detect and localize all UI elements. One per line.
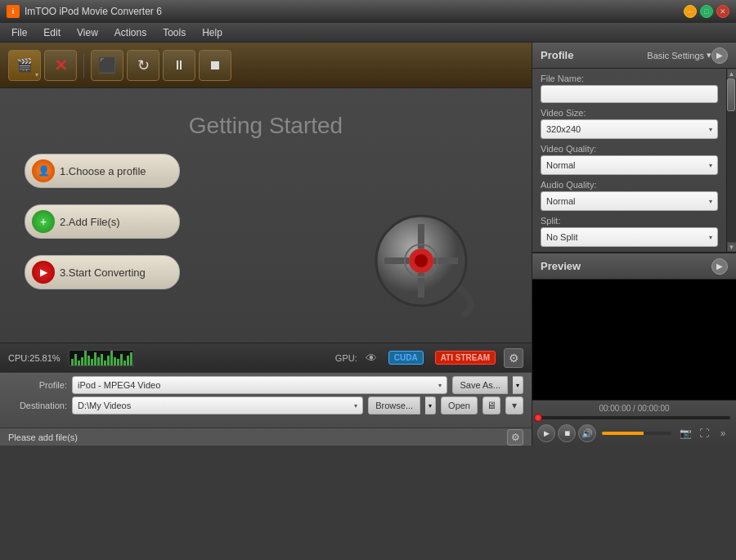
main-layout: 🎬 ▾ ✕ ⬛ ↻ ⏸ ⏹ Getting Started bbox=[0, 43, 736, 446]
menu-file[interactable]: File bbox=[3, 25, 35, 40]
gpu-settings-button[interactable]: ⚙ bbox=[504, 348, 523, 368]
remove-button[interactable]: ✕ bbox=[44, 50, 77, 81]
pause-button[interactable]: ⏸ bbox=[163, 50, 195, 81]
app-title: ImTOO iPod Movie Converter 6 bbox=[25, 6, 684, 17]
profile-combo[interactable]: iPod - MPEG4 Video ▾ bbox=[72, 376, 447, 394]
add-file-button[interactable]: 🎬 ▾ bbox=[8, 50, 41, 81]
video-quality-field: Video Quality: Normal ▾ bbox=[541, 144, 718, 175]
open-button[interactable]: Open bbox=[441, 396, 478, 414]
scrollbar-track[interactable] bbox=[727, 78, 736, 242]
cuda-badge: CUDA bbox=[388, 351, 424, 365]
file-name-label: File Name: bbox=[541, 74, 718, 83]
import-button[interactable]: ⬛ bbox=[91, 50, 123, 81]
profile-scrollbar[interactable]: ▲ ▼ bbox=[726, 69, 736, 252]
player-controls: 00:00:00 / 00:00:00 ▶ ⏹ 🔊 📷 ⛶ » bbox=[532, 400, 736, 446]
start-converting-button[interactable]: ▶ 3.Start Converting bbox=[25, 255, 180, 289]
split-value: No Split bbox=[546, 232, 578, 242]
split-field: Split: No Split ▾ bbox=[541, 216, 718, 247]
menu-view[interactable]: View bbox=[69, 25, 106, 40]
title-bar: i ImTOO iPod Movie Converter 6 ─ □ ✕ bbox=[0, 0, 736, 23]
play-button[interactable]: ▶ bbox=[537, 424, 555, 442]
choose-profile-icon: 👤 bbox=[32, 159, 55, 182]
stop-player-button[interactable]: ⏹ bbox=[558, 424, 576, 442]
file-name-input[interactable] bbox=[541, 85, 718, 103]
video-quality-value: Normal bbox=[546, 160, 575, 170]
cpu-graph bbox=[69, 350, 134, 366]
browse-button[interactable]: Browse... bbox=[368, 396, 420, 414]
more-button[interactable]: » bbox=[715, 425, 731, 441]
refresh-button[interactable]: ↻ bbox=[127, 50, 159, 81]
remove-icon: ✕ bbox=[54, 56, 68, 75]
destination-value: D:\My Videos bbox=[78, 401, 131, 410]
import-icon: ⬛ bbox=[98, 56, 116, 74]
stop-button[interactable]: ⏹ bbox=[199, 50, 231, 81]
video-quality-combo[interactable]: Normal ▾ bbox=[541, 155, 718, 175]
scrollbar-down-arrow[interactable]: ▼ bbox=[727, 242, 737, 252]
progress-knob[interactable] bbox=[534, 414, 542, 422]
profile-section: Profile Basic Settings ▾ ▶ File Name: bbox=[532, 43, 736, 253]
content-panel: 🎬 ▾ ✕ ⬛ ↻ ⏸ ⏹ Getting Started bbox=[0, 43, 532, 446]
add-files-button[interactable]: + 2.Add File(s) bbox=[25, 204, 180, 239]
destination-combo[interactable]: D:\My Videos ▾ bbox=[72, 396, 363, 414]
choose-profile-label: 1.Choose a profile bbox=[60, 165, 146, 177]
profile-expand-button[interactable]: ▶ bbox=[711, 47, 728, 64]
menu-edit[interactable]: Edit bbox=[35, 25, 69, 40]
audio-quality-field: Audio Quality: Normal ▾ bbox=[541, 180, 718, 211]
maximize-button[interactable]: □ bbox=[700, 5, 713, 18]
menu-bar: File Edit View Actions Tools Help bbox=[0, 23, 736, 43]
getting-started-title: Getting Started bbox=[189, 113, 343, 139]
progress-bar[interactable] bbox=[537, 415, 731, 420]
volume-slider[interactable] bbox=[602, 432, 671, 435]
pause-icon: ⏸ bbox=[173, 58, 186, 73]
status-settings-button[interactable]: ⚙ bbox=[507, 429, 523, 446]
split-combo[interactable]: No Split ▾ bbox=[541, 227, 718, 247]
menu-tools[interactable]: Tools bbox=[155, 25, 194, 40]
menu-actions[interactable]: Actions bbox=[106, 25, 155, 40]
browse-dropdown-arrow[interactable]: ▾ bbox=[425, 396, 436, 414]
choose-profile-button[interactable]: 👤 1.Choose a profile bbox=[25, 154, 180, 188]
minimize-button[interactable]: ─ bbox=[684, 5, 697, 18]
close-button[interactable]: ✕ bbox=[716, 5, 729, 18]
time-display: 00:00:00 / 00:00:00 bbox=[537, 404, 731, 413]
bottom-bar: Profile: iPod - MPEG4 Video ▾ Save As...… bbox=[0, 372, 532, 428]
audio-quality-combo[interactable]: Normal ▾ bbox=[541, 191, 718, 211]
audio-quality-dropdown-arrow: ▾ bbox=[709, 198, 712, 205]
folder-icon-button[interactable]: 🖥 bbox=[482, 396, 500, 414]
fullscreen-button[interactable]: ⛶ bbox=[696, 425, 712, 441]
gpu-label: GPU: bbox=[335, 353, 357, 363]
preview-expand-button[interactable]: ▶ bbox=[711, 258, 728, 275]
video-size-field: Video Size: 320x240 ▾ bbox=[541, 108, 718, 139]
player-buttons: ▶ ⏹ 🔊 📷 ⛶ » bbox=[537, 424, 731, 442]
profile-value: iPod - MPEG4 Video bbox=[78, 380, 160, 390]
destination-label: Destination: bbox=[8, 401, 67, 410]
video-size-combo[interactable]: 320x240 ▾ bbox=[541, 119, 718, 139]
video-quality-dropdown-arrow: ▾ bbox=[709, 162, 712, 169]
svg-point-3 bbox=[415, 254, 428, 267]
scrollbar-up-arrow[interactable]: ▲ bbox=[727, 69, 737, 78]
basic-settings-button[interactable]: Basic Settings ▾ bbox=[647, 50, 711, 60]
screenshot-button[interactable]: 📷 bbox=[677, 425, 693, 441]
scrollbar-thumb[interactable] bbox=[727, 78, 735, 111]
audio-quality-label: Audio Quality: bbox=[541, 180, 718, 190]
status-bar: Please add file(s) ⚙ bbox=[0, 428, 532, 446]
save-as-button[interactable]: Save As... bbox=[452, 376, 508, 394]
menu-help[interactable]: Help bbox=[194, 25, 231, 40]
app-icon: i bbox=[7, 5, 20, 18]
destination-row: Destination: D:\My Videos ▾ Browse... ▾ … bbox=[8, 396, 523, 414]
right-panel: Profile Basic Settings ▾ ▶ File Name: bbox=[532, 43, 736, 446]
more-options-button[interactable]: ▾ bbox=[505, 396, 523, 414]
window-controls: ─ □ ✕ bbox=[684, 5, 729, 18]
basic-settings-label: Basic Settings bbox=[647, 51, 704, 60]
profile-label: Profile: bbox=[8, 380, 67, 390]
gpu-eye-icon: 👁 bbox=[366, 352, 377, 365]
save-as-dropdown-arrow[interactable]: ▾ bbox=[513, 376, 523, 394]
toolbar-separator bbox=[83, 53, 84, 78]
video-size-value: 320x240 bbox=[546, 124, 581, 134]
add-files-label: 2.Add File(s) bbox=[60, 216, 120, 228]
preview-panel-title: Preview bbox=[541, 260, 711, 272]
cpu-info: CPU:25.81% bbox=[8, 353, 61, 363]
split-label: Split: bbox=[541, 216, 718, 226]
volume-button[interactable]: 🔊 bbox=[578, 424, 596, 442]
preview-section: Preview ▶ 00:00:00 / 00:00:00 ▶ ⏹ 🔊 📷 bbox=[532, 253, 736, 446]
ati-badge: ATI STREAM bbox=[435, 351, 496, 365]
